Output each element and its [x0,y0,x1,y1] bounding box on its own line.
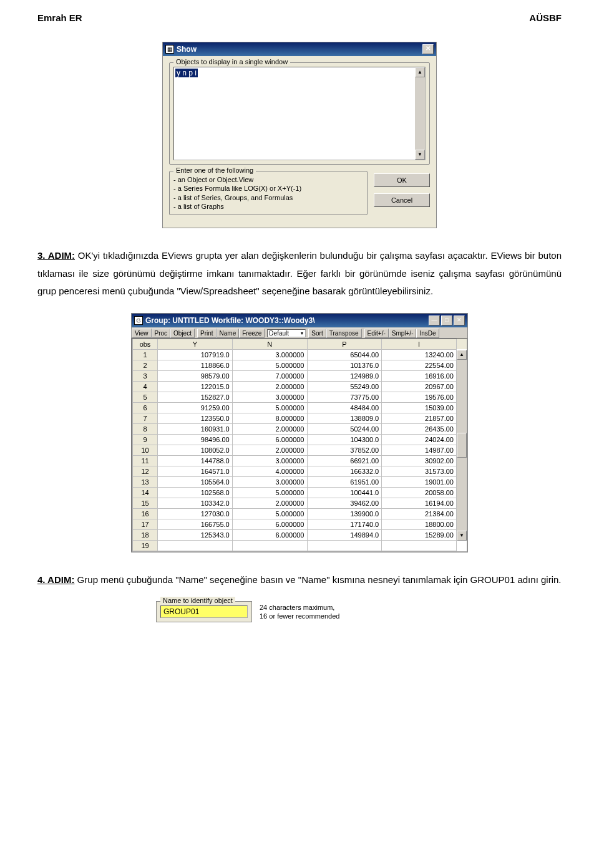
table-row[interactable]: 12164571.04.000000166332.031573.00 [133,466,467,476]
cell[interactable]: 123550.0 [158,413,233,423]
table-row[interactable]: 998496.006.000000104300.024024.00 [133,434,467,445]
cell[interactable]: 2.000000 [232,445,307,455]
cell[interactable]: 18 [133,529,158,540]
cell[interactable]: 127030.0 [158,508,233,519]
cell[interactable]: 37852.00 [307,445,382,455]
cell[interactable]: 13 [133,476,158,487]
col-header[interactable]: Y [158,339,233,349]
cell[interactable]: 15039.00 [382,402,457,413]
table-row[interactable]: 18125343.06.000000149894.015289.00 [133,529,467,540]
cell[interactable]: 30902.00 [382,455,457,466]
scrollbar-vertical[interactable]: ▲ ▼ [457,350,467,541]
cell[interactable]: 3.000000 [232,455,307,466]
cell[interactable]: 10 [133,445,158,455]
cell[interactable]: 15 [133,498,158,508]
cell[interactable]: 164571.0 [158,466,233,476]
insde-button[interactable]: InsDe [416,329,439,338]
cell[interactable]: 144788.0 [158,455,233,466]
cell[interactable]: 19 [133,540,158,551]
cell[interactable]: 65044.00 [307,349,382,360]
table-row[interactable]: 1107919.03.00000065044.0013240.00 [133,349,467,360]
table-row[interactable]: 10108052.02.00000037852.0014987.00 [133,445,467,455]
col-header[interactable]: N [232,339,307,349]
cell[interactable]: 104300.0 [307,434,382,445]
spreadsheet[interactable]: obsYNPI1107919.03.00000065044.0013240.00… [132,338,467,552]
col-header[interactable]: I [382,339,457,349]
titlebar[interactable]: ▦ Show ✕ [163,42,436,56]
cell[interactable]: 16916.00 [382,370,457,381]
cell[interactable] [158,540,233,551]
col-header[interactable]: P [307,339,382,349]
cell[interactable]: 171740.0 [307,519,382,529]
cell[interactable]: 26435.00 [382,423,457,434]
cell[interactable]: 125343.0 [158,529,233,540]
cell[interactable]: 102568.0 [158,487,233,498]
cell[interactable]: 15289.00 [382,529,457,540]
cell[interactable]: 7.000000 [232,370,307,381]
table-row[interactable]: 14102568.05.000000100441.020058.00 [133,487,467,498]
cell[interactable]: 2.000000 [232,498,307,508]
cell[interactable]: 108052.0 [158,445,233,455]
cell[interactable] [307,540,382,551]
cell[interactable]: 107919.0 [158,349,233,360]
cell[interactable]: 3 [133,370,158,381]
cell[interactable]: 5 [133,392,158,402]
cell[interactable]: 2 [133,360,158,370]
cell[interactable]: 21384.00 [382,508,457,519]
cell[interactable]: 73775.00 [307,392,382,402]
cell[interactable]: 21857.00 [382,413,457,423]
cell[interactable]: 101376.0 [307,360,382,370]
cell[interactable]: 48484.00 [307,402,382,413]
proc-button[interactable]: Proc [152,329,171,338]
cell[interactable]: 66921.00 [307,455,382,466]
default-select[interactable]: Default [267,329,306,337]
close-icon[interactable]: ✕ [454,316,465,326]
col-header[interactable]: obs [133,339,158,349]
cell[interactable]: 91259.00 [158,402,233,413]
cell[interactable]: 138809.0 [307,413,382,423]
cell[interactable]: 9 [133,434,158,445]
freeze-button[interactable]: Freeze [239,329,265,338]
cell[interactable]: 124989.0 [307,370,382,381]
table-row[interactable]: 398579.007.000000124989.016916.00 [133,370,467,381]
table-row[interactable]: 15103342.02.00000039462.0016194.00 [133,498,467,508]
minimize-icon[interactable]: — [429,316,440,326]
table-row[interactable]: 7123550.08.000000138809.021857.00 [133,413,467,423]
cell[interactable]: 3.000000 [232,392,307,402]
table-row[interactable]: 13105564.03.00000061951.0019001.00 [133,476,467,487]
cell[interactable]: 166755.0 [158,519,233,529]
table-row[interactable]: 8160931.02.00000050244.0026435.00 [133,423,467,434]
cell[interactable]: 19001.00 [382,476,457,487]
transpose-button[interactable]: Transpose [326,329,362,338]
cell[interactable]: 98496.00 [158,434,233,445]
cell[interactable]: 16194.00 [382,498,457,508]
cell[interactable]: 98579.00 [158,370,233,381]
titlebar[interactable]: G Group: UNTITLED Workfile: WOODY3::Wood… [132,314,467,327]
cell[interactable]: 152827.0 [158,392,233,402]
close-icon[interactable]: ✕ [422,44,434,54]
cell[interactable]: 118866.0 [158,360,233,370]
cell[interactable]: 13240.00 [382,349,457,360]
cell[interactable]: 22554.00 [382,360,457,370]
cell[interactable]: 5.000000 [232,508,307,519]
objects-textarea[interactable]: y n p i ▲ ▼ [173,67,426,160]
table-row[interactable]: 19 [133,540,467,551]
cell[interactable]: 7 [133,413,158,423]
table-row[interactable]: 691259.005.00000048484.0015039.00 [133,402,467,413]
cell[interactable]: 16 [133,508,158,519]
cell[interactable]: 5.000000 [232,360,307,370]
table-row[interactable]: 11144788.03.00000066921.0030902.00 [133,455,467,466]
cell[interactable]: 39462.00 [307,498,382,508]
cell[interactable]: 12 [133,466,158,476]
cell[interactable]: 1 [133,349,158,360]
cell[interactable]: 31573.00 [382,466,457,476]
cell[interactable]: 166332.0 [307,466,382,476]
cell[interactable]: 20967.00 [382,381,457,392]
cell[interactable]: 160931.0 [158,423,233,434]
sort-button[interactable]: Sort [308,329,326,338]
table-row[interactable]: 5152827.03.00000073775.0019576.00 [133,392,467,402]
cell[interactable]: 5.000000 [232,402,307,413]
cell[interactable]: 6.000000 [232,519,307,529]
cell[interactable]: 6 [133,402,158,413]
cell[interactable]: 19576.00 [382,392,457,402]
